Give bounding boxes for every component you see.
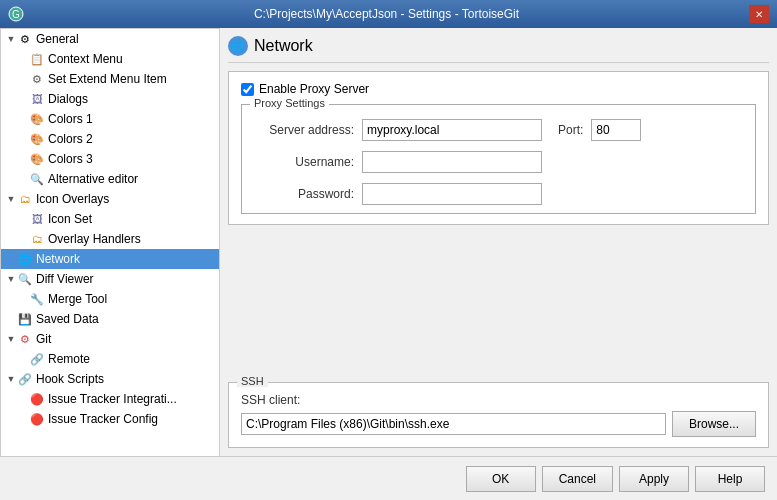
net-icon: 🌐 (17, 251, 33, 267)
oh-label: Overlay Handlers (48, 232, 141, 246)
c3-label: Colors 3 (48, 152, 93, 166)
expand-sd (5, 313, 17, 325)
left-panel: ▼ ⚙ General 📋 Context Menu ⚙ Set Extend … (0, 28, 220, 456)
expand-c2 (17, 133, 29, 145)
window-title: C:\Projects\My\AcceptJson - Settings - T… (24, 7, 749, 21)
hs-label: Hook Scripts (36, 372, 104, 386)
c3-icon: 🎨 (29, 151, 45, 167)
c2-label: Colors 2 (48, 132, 93, 146)
tree-item-icon-set[interactable]: 🖼 Icon Set (1, 209, 219, 229)
ctx-icon: 📋 (29, 51, 45, 67)
tree-item-issue-integ[interactable]: 🔴 Issue Tracker Integrati... (1, 389, 219, 409)
alt-label: Alternative editor (48, 172, 138, 186)
browse-button[interactable]: Browse... (672, 411, 756, 437)
expand-ic (17, 413, 29, 425)
panel-title: Network (254, 37, 313, 55)
expand-ico[interactable]: ▼ (5, 193, 17, 205)
tree-item-saved-data[interactable]: 💾 Saved Data (1, 309, 219, 329)
bottom-bar: OK Cancel Apply Help (0, 456, 777, 500)
hs-icon: 🔗 (17, 371, 33, 387)
server-label: Server address: (254, 123, 354, 137)
enable-proxy-row: Enable Proxy Server (241, 82, 756, 96)
rem-icon: 🔗 (29, 351, 45, 367)
expand-ii (17, 393, 29, 405)
ssh-legend: SSH (237, 375, 268, 387)
ok-button[interactable]: OK (466, 466, 536, 492)
c2-icon: 🎨 (29, 131, 45, 147)
main-container: ▼ ⚙ General 📋 Context Menu ⚙ Set Extend … (0, 28, 777, 456)
server-row: Server address: Port: (254, 119, 743, 141)
server-input[interactable] (362, 119, 542, 141)
net-label: Network (36, 252, 80, 266)
ssh-client-row: Browse... (241, 411, 756, 437)
tree-item-merge-tool[interactable]: 🔧 Merge Tool (1, 289, 219, 309)
apply-button[interactable]: Apply (619, 466, 689, 492)
expand-git[interactable]: ▼ (5, 333, 17, 345)
expand-c3 (17, 153, 29, 165)
alt-icon: 🔍 (29, 171, 45, 187)
tree-item-colors3[interactable]: 🎨 Colors 3 (1, 149, 219, 169)
c1-icon: 🎨 (29, 111, 45, 127)
tree-item-alt-editor[interactable]: 🔍 Alternative editor (1, 169, 219, 189)
ic-icon: 🔴 (29, 411, 45, 427)
spacer (228, 225, 769, 374)
svg-text:G: G (12, 9, 20, 20)
tree-item-icon-overlays[interactable]: ▼ 🗂 Icon Overlays (1, 189, 219, 209)
username-input[interactable] (362, 151, 542, 173)
tree-item-network[interactable]: 🌐 Network (1, 249, 219, 269)
panel-header-icon: 🌐 (228, 36, 248, 56)
expand-general[interactable]: ▼ (5, 33, 17, 45)
tree-item-remote[interactable]: 🔗 Remote (1, 349, 219, 369)
tree-item-diff-viewer[interactable]: ▼ 🔍 Diff Viewer (1, 269, 219, 289)
tree-item-dialogs[interactable]: 🖼 Dialogs (1, 89, 219, 109)
expand-mt (17, 293, 29, 305)
dv-label: Diff Viewer (36, 272, 94, 286)
password-input[interactable] (362, 183, 542, 205)
dlg-icon: 🖼 (29, 91, 45, 107)
app-icon: G (8, 6, 24, 22)
expand-alt (17, 173, 29, 185)
c1-label: Colors 1 (48, 112, 93, 126)
tree-item-general[interactable]: ▼ ⚙ General (1, 29, 219, 49)
tree-item-git[interactable]: ▼ ⚙ Git (1, 329, 219, 349)
expand-c1 (17, 113, 29, 125)
help-button[interactable]: Help (695, 466, 765, 492)
sd-icon: 💾 (17, 311, 33, 327)
expand-ext (17, 73, 29, 85)
dv-icon: 🔍 (17, 271, 33, 287)
expand-hs[interactable]: ▼ (5, 373, 17, 385)
tree-item-context-menu[interactable]: 📋 Context Menu (1, 49, 219, 69)
cancel-button[interactable]: Cancel (542, 466, 613, 492)
expand-oh (17, 233, 29, 245)
tree-item-extend-menu[interactable]: ⚙ Set Extend Menu Item (1, 69, 219, 89)
ssh-client-input[interactable] (241, 413, 666, 435)
general-icon: ⚙ (17, 31, 33, 47)
tree-item-overlay-handlers[interactable]: 🗂 Overlay Handlers (1, 229, 219, 249)
expand-dv[interactable]: ▼ (5, 273, 17, 285)
ctx-label: Context Menu (48, 52, 123, 66)
ii-icon: 🔴 (29, 391, 45, 407)
tree-item-colors1[interactable]: 🎨 Colors 1 (1, 109, 219, 129)
close-button[interactable]: ✕ (749, 5, 769, 23)
enable-proxy-label[interactable]: Enable Proxy Server (259, 82, 369, 96)
username-row: Username: (254, 151, 743, 173)
password-row: Password: (254, 183, 743, 205)
git-icon: ⚙ (17, 331, 33, 347)
mt-icon: 🔧 (29, 291, 45, 307)
proxy-group: Enable Proxy Server Proxy Settings Serve… (228, 71, 769, 225)
tree-item-hook-scripts[interactable]: ▼ 🔗 Hook Scripts (1, 369, 219, 389)
ssh-client-label: SSH client: (241, 393, 756, 407)
right-panel: 🌐 Network Enable Proxy Server Proxy Sett… (220, 28, 777, 456)
ext-label: Set Extend Menu Item (48, 72, 167, 86)
tree-item-issue-config[interactable]: 🔴 Issue Tracker Config (1, 409, 219, 429)
port-label: Port: (558, 123, 583, 137)
password-label: Password: (254, 187, 354, 201)
ic-label: Issue Tracker Config (48, 412, 158, 426)
expand-net (5, 253, 17, 265)
window: G C:\Projects\My\AcceptJson - Settings -… (0, 0, 777, 500)
ico-icon: 🗂 (17, 191, 33, 207)
git-label: Git (36, 332, 51, 346)
tree-item-colors2[interactable]: 🎨 Colors 2 (1, 129, 219, 149)
port-input[interactable] (591, 119, 641, 141)
enable-proxy-checkbox[interactable] (241, 83, 254, 96)
